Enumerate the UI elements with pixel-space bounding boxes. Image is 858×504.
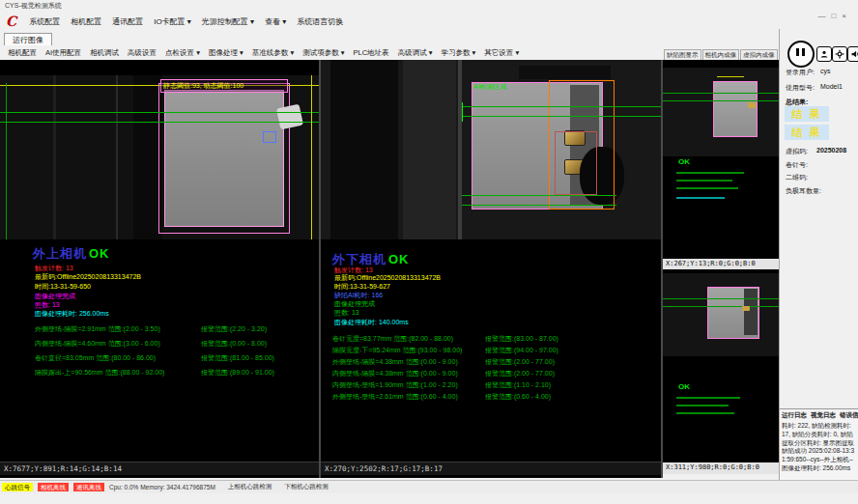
gold-tab [748,102,756,108]
process-line: 图像处理完成 [35,293,75,299]
tab-row: 运行图像 [0,31,858,46]
guide-line-green [462,205,616,206]
measurement-row: 卷针宽度=83.77mm 范围:(82.00 - 88.00) 报警范围:(83… [332,334,558,344]
measurement-text: 卷针直径=83.05mm 范围:(80.00 - 86.00) [35,353,201,363]
comm-offline-badge: 通讯离线 [73,483,104,491]
user-icon [819,49,829,59]
measurement-row: 隔膜宽度-下=95.24mm 范围:(93.00 - 98.00) 报警范围:(… [332,346,558,355]
time-line: 时间:13-31-59-627 [334,283,390,290]
tool-test-params[interactable]: 测试项参数 ▾ [302,48,344,58]
time-line: 时间:13-31-59-650 [35,283,91,290]
guide-tick-green [462,102,463,122]
tool-camera-config[interactable]: 相机配置 [8,48,37,58]
process-line: 图像处理完成 [334,300,375,307]
user-button[interactable] [816,46,832,62]
elapsed-line: 图像处理耗时: 140.00ms [334,319,409,325]
trigger-count: 触发计数: 13 [334,266,373,273]
measurement-text: 内侧壁纸-隔膜=4.60mm 范围:(3.00 - 6.00) [35,339,201,349]
tool-ai-config[interactable]: AI使用配置 [45,48,81,58]
tab-run-image[interactable]: 运行图像 [4,33,52,46]
thumbnail-tabs: 缺陷图显示 相机内成像 虚拟内成像 [663,47,780,60]
barcode-line: 最新码:Offline2025020813313472B [35,273,141,280]
thumbnail-view-upper[interactable]: OK [663,60,779,259]
measurement-text: 卷针宽度=83.77mm 范围:(82.00 - 88.00) [332,334,485,344]
count-line: 照数: 13 [35,301,60,308]
menu-comm-config[interactable]: 通讯配置 [112,16,143,27]
machine-structure [116,75,118,239]
camera-name: 外下相机 [332,252,386,266]
tool-other-settings[interactable]: 其它设置 ▾ [484,48,519,58]
camera-title: 外上相机OK [33,245,110,263]
machine-structure [403,60,456,239]
settings-button[interactable] [832,46,847,62]
ai-region-label: AI检测区域 [473,83,507,90]
alarm-button[interactable] [847,46,858,62]
tool-advanced-debug[interactable]: 高级调试 ▾ [398,48,433,58]
tool-advanced-settings[interactable]: 高级设置 [128,48,157,58]
pause-button[interactable] [787,41,815,68]
measurement-alarm: 报警范围:(2.00 - 77.00) [485,357,555,367]
measurement-alarm: 报警范围:(81.00 - 85.00) [201,353,274,363]
thumbnail-view-lower[interactable]: OK [663,269,779,462]
measurement-row: 隔膜露出-上=90.56mm 范围:(88.00 - 92.00) 报警范围:(… [35,368,274,378]
measurement-alarm: 报警范围:(2.00 - 77.00) [485,369,555,378]
measurement-row: 外侧壁纸-壁纸=2.61mm 范围:(0.60 - 4.00) 报警范围:(0.… [332,392,551,402]
menu-light-config[interactable]: 光源控制配置 ▾ [202,16,254,27]
model-value[interactable]: Model1 [820,83,843,90]
measurement-alarm: 报警范围:(2.20 - 3.20) [201,324,267,334]
measurement-text: 外侧壁纸-壁纸=2.61mm 范围:(0.60 - 4.00) [332,392,485,402]
app-logo-icon: C [6,14,16,28]
camera-view-lower[interactable]: AI检测区域 外下相机OK 触发计数: 13 最新码:Offline202502… [321,60,661,478]
log-tab-error[interactable]: 错误信息 [840,411,858,420]
log-tab-vision[interactable]: 视觉日志 [811,411,836,420]
tool-plc-address[interactable]: PLC地址表 [354,48,389,58]
result-box-lower: 结 果 [785,125,829,140]
roi-rect-blue [263,131,276,143]
menu-bar: C 系统配置 相机配置 通讯配置 IO卡配置 ▾ 光源控制配置 ▾ 查看 ▾ 系… [0,12,858,31]
guide-line-green [462,195,616,196]
machine-structure [458,60,462,239]
menu-camera-config[interactable]: 相机配置 [71,16,101,27]
camera-view-upper[interactable]: 静态阈值:93, 动态阈值:100 外上相机OK 触发计数: 13 最新码:Of… [0,60,319,478]
tab-defect-display[interactable]: 缺陷图显示 [664,49,701,60]
result-ok: OK [388,252,410,266]
measurement-row: 内侧壁纸-壁纸=1.90mm 范围:(1.00 - 2.20) 报警范围:(1.… [332,380,551,390]
menu-language-switch[interactable]: 系统语言切换 [297,16,343,27]
measurement-row: 外侧壁纸-隔膜=4.38mm 范围:(0.00 - 9.00) 报警范围:(2.… [332,357,555,367]
log-panel: 运行日志 视觉日志 错误信息 耗时: 222, 缺陷检测耗时: 17, 缺陷分类… [780,408,858,481]
guide-line-yellow [311,75,312,239]
guide-line-green [6,83,7,239]
machine-structure [519,66,611,79]
measurement-text: 内侧壁纸-壁纸=1.90mm 范围:(1.00 - 2.20) [332,380,485,390]
pause-icon [796,48,799,56]
battery-cell-image [164,90,284,227]
log-tab-run[interactable]: 运行日志 [782,411,807,420]
thumb-result-ok: OK [678,383,690,391]
tool-baseline-params[interactable]: 基准线参数 ▾ [252,48,294,58]
overlay-text-bar [676,397,740,399]
battery-cell-image [713,81,758,137]
measurement-text: 隔膜宽度-下=95.24mm 范围:(93.00 - 98.00) [332,346,485,355]
negative-tab-count-label: 负极耳数量: [786,186,821,196]
tool-image-processing[interactable]: 图像处理 ▾ [209,48,243,58]
menu-view[interactable]: 查看 ▾ [265,16,286,27]
cursor-coordinates: X:7677;Y:891;R:14;G:14;B:14 [0,462,319,475]
window-title: CYS-视觉检测系统 [5,2,62,9]
gold-tab [742,306,750,311]
result-box-upper: 结 果 [785,106,829,122]
measurement-text: 隔膜露出-上=90.56mm 范围:(88.00 - 92.00) [35,368,201,378]
tool-spot-check[interactable]: 点检设置 ▾ [165,48,200,58]
measurement-text: 内侧壁纸-隔膜=4.38mm 范围:(0.00 - 9.00) [332,369,485,378]
measurement-alarm: 报警范围:(0.00 - 8.00) [201,339,267,349]
menu-system-config[interactable]: 系统配置 [29,16,60,27]
log-tabs: 运行日志 视觉日志 错误信息 [780,409,858,421]
menu-io-config[interactable]: IO卡配置 ▾ [154,16,191,27]
machine-structure [330,60,398,239]
tab-camera-image[interactable]: 相机内成像 [702,49,740,60]
tab-virtual-image[interactable]: 虚拟内成像 [740,49,778,60]
tool-camera-debug[interactable]: 相机调试 [90,48,119,58]
tool-learning-params[interactable]: 学习参数 ▾ [441,48,475,58]
title-bar: CYS-视觉检测系统 [0,0,858,12]
overlay-text-bar [676,405,729,406]
guide-line-green [0,112,319,113]
